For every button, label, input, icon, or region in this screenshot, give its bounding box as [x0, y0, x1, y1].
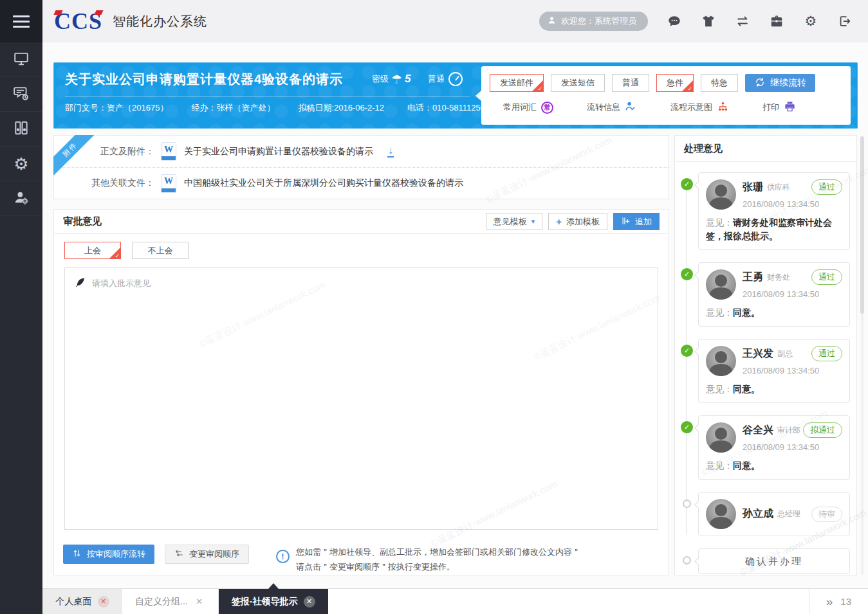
attachment-ribbon: 附件 [53, 135, 100, 181]
attachment-file-link[interactable]: 关于实业公司申请购置计量仪器校验设备的请示 [184, 146, 373, 158]
opinion-card: 孙立成 总经理 待审 [698, 492, 850, 536]
approval-date: 2016/08/09 13:34:50 [743, 366, 842, 375]
opinion-text: 同意。 [733, 307, 760, 318]
status-badge: 拟通过 [803, 422, 842, 438]
message-icon[interactable] [667, 14, 682, 29]
append-button[interactable]: 追加 [613, 213, 660, 230]
priority-extra-urgent-button[interactable]: 特急 [701, 74, 738, 92]
common-words-link[interactable]: 常用词汇 常 [503, 102, 553, 114]
processing-opinions-panel: 处理意见 ✓ 张珊 供应科 通过 2016/08/09 13:34:50 意见 [674, 135, 857, 575]
left-sidebar: ⚙ [0, 0, 42, 614]
up-down-arrows-icon [72, 548, 82, 560]
tab-signed-report-active[interactable]: 签报-社领导批示 ✕ [219, 589, 328, 614]
option-meeting-no-button[interactable]: 不上会 [132, 242, 189, 259]
double-chevron-right-icon[interactable]: » [826, 595, 833, 609]
check-circle-icon: ✓ [681, 178, 693, 190]
approver-dept: 总经理 [777, 509, 800, 519]
close-icon[interactable]: ✕ [98, 596, 109, 608]
attachments-panel: 附件 正文及附件： W 关于实业公司申请购置计量仪器校验设备的请示 ↓ 其他关联… [53, 135, 669, 199]
processing-title: 处理意见 [675, 136, 856, 162]
opinion-text: 同意。 [733, 384, 760, 394]
download-icon[interactable]: ↓ [387, 145, 394, 158]
pending-circle-icon [683, 556, 691, 564]
priority-normal-button[interactable]: 普通 [612, 74, 649, 92]
send-mail-button[interactable]: 发送邮件 [490, 74, 544, 92]
welcome-text: 欢迎您：系统管理员 [561, 15, 636, 27]
option-meeting-yes-button[interactable]: 上会 [64, 242, 121, 259]
quill-pen-icon [74, 276, 86, 291]
sidebar-item-archive[interactable] [0, 112, 42, 147]
attachment-row-related: 其他关联文件： W 中国船级社实业公司关于所属深圳分公司购买计量仪器校验设备的请… [54, 167, 669, 199]
info-icon: ! [276, 550, 290, 563]
sidebar-item-desktop[interactable] [0, 42, 42, 77]
doc-number: 部门文号：资产（201675） [65, 102, 168, 114]
timeline-item: ✓ 张珊 供应科 通过 2016/08/09 13:34:50 意见：请财务处和… [698, 172, 850, 250]
settings-gear-icon[interactable]: ⚙ [803, 14, 818, 29]
approval-timeline: ✓ 张珊 供应科 通过 2016/08/09 13:34:50 意见：请财务处和… [675, 162, 856, 574]
attachment-file-link[interactable]: 中国船级社实业公司关于所属深圳分公司购买计量仪器校验设备的请示 [184, 177, 463, 189]
timeline-item: 确认并办理 [698, 548, 850, 574]
user-icon [547, 15, 557, 27]
org-chart-icon [717, 100, 729, 114]
chat-clock-icon [13, 85, 30, 104]
logout-icon[interactable] [837, 14, 853, 29]
approval-date: 2016/08/09 13:34:50 [743, 442, 842, 452]
priority-urgent-button[interactable]: 急件 [656, 74, 694, 92]
add-template-button[interactable]: +添加模板 [548, 213, 607, 230]
opinion-template-dropdown[interactable]: 意见模板▾ [486, 213, 543, 230]
approval-date: 2016/08/09 13:34:50 [743, 199, 842, 209]
tab-personal-desktop[interactable]: 个人桌面 ✕ [42, 589, 122, 614]
notice-line2: 请点击＂变更审阅顺序＂按执行变更操作。 [296, 559, 580, 574]
briefcase-icon[interactable] [769, 14, 784, 29]
sidebar-item-messages[interactable] [0, 77, 42, 112]
notice-line1: 您如需＂增加社领导、副总工批示，增加会签部门或相关部门修改公文内容＂ [296, 545, 580, 559]
user-welcome-pill[interactable]: 欢迎您：系统管理员 [539, 12, 648, 31]
opinion-label: 意见： [706, 217, 733, 228]
status-badge: 待审 [811, 507, 842, 522]
chang-badge-icon: 常 [541, 102, 553, 114]
close-icon[interactable]: ✕ [304, 596, 315, 608]
approval-comment-input[interactable]: 请填入批示意见 [64, 267, 658, 530]
theme-skin-icon[interactable] [701, 14, 716, 29]
transfer-arrows-icon[interactable] [735, 14, 750, 29]
print-link[interactable]: 打印 [762, 100, 796, 114]
tab-count: 13 [840, 596, 851, 607]
person-check-icon [625, 100, 637, 114]
opinion-label: 意见： [706, 307, 733, 318]
flow-chart-link[interactable]: 流程示意图 [670, 100, 729, 114]
monitor-icon [13, 50, 30, 69]
sidebar-item-settings[interactable]: ⚙ [0, 147, 42, 181]
word-doc-icon[interactable]: W [161, 142, 176, 161]
approver-name: 王兴发 [743, 347, 773, 361]
hamburger-menu-icon[interactable] [0, 0, 42, 42]
status-badge: 通过 [811, 346, 842, 361]
timeline-item: ✓ 王勇 财务处 通过 2016/08/09 13:34:50 意见：同意。 [698, 262, 850, 327]
refresh-circle-icon [754, 77, 766, 90]
word-doc-icon[interactable]: W [161, 174, 176, 193]
flow-by-order-button[interactable]: 按审阅顺序流转 [63, 545, 154, 564]
opinion-label: 意见： [706, 460, 733, 471]
send-sms-button[interactable]: 发送短信 [551, 74, 605, 92]
tab-custom-group[interactable]: 自定义分组... ✕ [122, 589, 219, 614]
continue-flow-button[interactable]: 继续流转 [745, 74, 815, 92]
confirm-step-card: 确认并办理 [698, 548, 850, 574]
opinion-label: 意见： [706, 384, 733, 394]
close-icon[interactable]: ✕ [194, 596, 205, 608]
status-badge: 通过 [811, 179, 842, 195]
swap-order-icon [174, 548, 184, 560]
avatar [706, 179, 736, 210]
flow-info-link[interactable]: 流转信息 [587, 100, 637, 114]
doc-phone: 电话：010-581112568 [407, 102, 490, 114]
append-icon [621, 216, 631, 228]
timeline-item: ✓ 谷全兴 审计部 拟通过 2016/08/09 13:34:50 意见：同意。 [698, 415, 850, 480]
gauge-icon [448, 72, 463, 86]
opinion-card: 王勇 财务处 通过 2016/08/09 13:34:50 意见：同意。 [698, 262, 850, 327]
scrollbar-thumb[interactable] [860, 136, 864, 314]
timeline-item: ✓ 王兴发 副总 通过 2016/08/09 13:34:50 意见：同意。 [698, 339, 850, 403]
approval-panel: 审批意见 意见模板▾ +添加模板 追加 上会 不上会 请填入批示意见 按审阅顺序… [53, 209, 669, 575]
approver-dept: 供应科 [767, 182, 790, 193]
avatar [706, 346, 736, 376]
change-order-button[interactable]: 变更审阅顺序 [165, 545, 249, 564]
sidebar-item-user-admin[interactable] [0, 181, 42, 216]
document-header: 关于实业公司申请购置计量仪器4验设备的请示 密级 ☂ 5 普通 部门文号：资产（… [53, 62, 858, 129]
